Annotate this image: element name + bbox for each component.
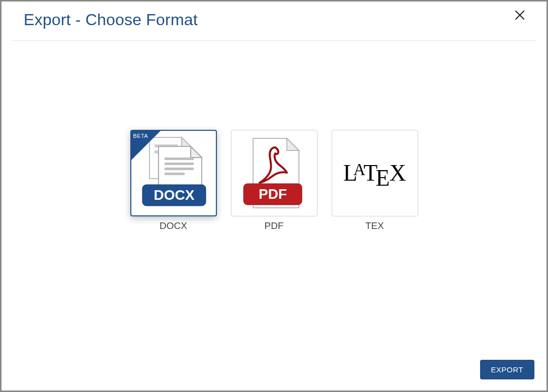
format-label-tex: TEX <box>365 220 384 231</box>
beta-badge: BETA <box>133 133 148 139</box>
format-label-docx: DOCX <box>160 220 187 231</box>
close-icon <box>514 10 525 21</box>
format-tile-pdf: PDF <box>231 130 318 216</box>
svg-rect-4 <box>165 158 194 160</box>
format-tile-docx: BETA <box>130 130 217 216</box>
format-tile-tex: LATEX <box>332 130 418 216</box>
dialog-title: Export - Choose Format <box>24 11 198 29</box>
format-options: BETA <box>130 130 418 231</box>
dialog-body: BETA <box>2 41 546 351</box>
close-button[interactable] <box>512 8 527 23</box>
pdf-badge-text: PDF <box>259 186 287 202</box>
format-label-pdf: PDF <box>265 220 284 231</box>
svg-rect-7 <box>165 173 185 175</box>
export-button[interactable]: EXPORT <box>480 360 534 379</box>
dialog-footer: EXPORT <box>2 351 546 390</box>
docx-badge-text: DOCX <box>153 187 194 203</box>
format-option-tex[interactable]: LATEX TEX <box>332 130 418 231</box>
latex-icon: LATEX <box>343 162 406 185</box>
export-dialog: Export - Choose Format BETA <box>0 0 548 392</box>
pdf-file-icon: PDF <box>237 135 312 211</box>
svg-rect-6 <box>165 168 194 170</box>
format-option-docx[interactable]: BETA <box>130 130 217 231</box>
svg-rect-5 <box>165 163 194 165</box>
dialog-header: Export - Choose Format <box>12 2 536 41</box>
format-option-pdf[interactable]: PDF PDF <box>231 130 318 231</box>
